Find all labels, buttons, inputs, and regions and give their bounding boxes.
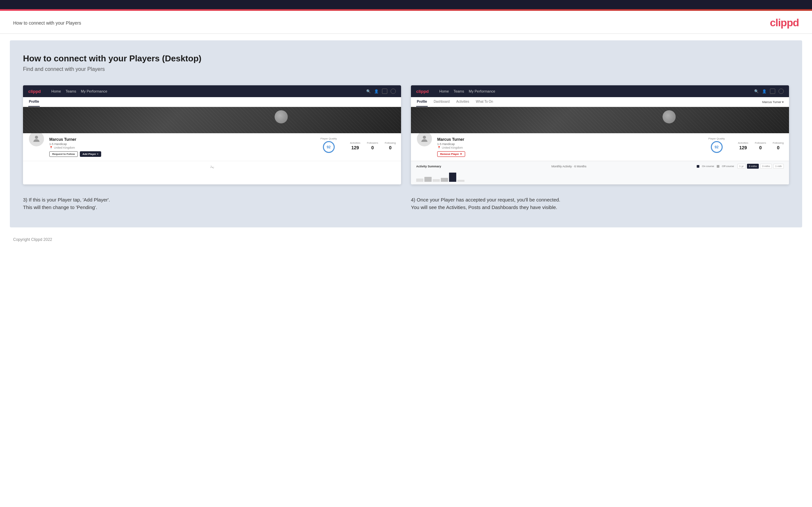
right-profile-section: Marcus Turner 1-5 Handicap 📍 United King… [411,133,789,161]
left-quality: Player Quality 92 [320,137,337,154]
screenshots-row: clippd Home Teams My Performance 🔍 👤 Pro… [23,85,789,184]
left-stat-followers: Followers 0 [367,142,378,150]
tab-profile-left[interactable]: Profile [28,97,40,107]
on-course-legend [697,165,699,168]
right-tabs: Profile Dashboard Activities What To On [416,97,494,107]
description-left: 3) If this is your Player tap, 'Add Play… [23,196,401,211]
left-nav-home[interactable]: Home [51,89,61,93]
filter-1yr[interactable]: 1 yr [738,164,746,169]
hero-circle [274,110,288,123]
right-stats-row: Player Quality 92 Activities 129 Followe… [709,137,784,154]
add-player-button[interactable]: Add Player + [80,151,101,157]
quality-label-left: Player Quality [320,137,337,140]
screenshot-left: clippd Home Teams My Performance 🔍 👤 Pro… [23,85,401,184]
right-nav-logo: clippd [416,89,429,94]
filter-3mths[interactable]: 3 mths [760,164,772,169]
filter-1mth[interactable]: 1 mth [773,164,784,169]
top-bar [0,0,812,9]
right-stats-area: Player Quality 92 Activities 129 Followe… [709,137,784,154]
right-nav-icons: 🔍 👤 [754,89,784,94]
right-search-icon[interactable]: 🔍 [754,89,759,94]
left-player-name: Marcus Turner [49,137,316,142]
off-course-legend [717,165,719,168]
left-nav-icons: 🔍 👤 [366,89,396,94]
description-left-text: 3) If this is your Player tap, 'Add Play… [23,196,401,211]
location-icon: 📍 [49,146,53,149]
left-handicap: 1-5 Handicap [49,143,316,146]
breadcrumb: How to connect with your Players [13,20,81,25]
remove-player-button[interactable]: Remove Player ✕ [437,151,465,157]
activity-summary-bar: Activity Summary Monthly Activity · 6 Mo… [411,161,789,171]
off-course-label: Off course [722,165,734,168]
settings-icon[interactable] [382,89,387,94]
right-stat-followers: Followers 0 [755,142,766,150]
user-selector[interactable]: Marcus Turner ▾ [762,100,784,104]
quality-circle-right: 92 [711,141,723,153]
tab-activities[interactable]: Activities [456,97,470,107]
right-tab-bar: Profile Dashboard Activities What To On … [411,97,789,107]
chart-bar-5 [449,173,456,182]
right-quality: Player Quality 92 [709,137,725,154]
request-follow-button[interactable]: Request to Follow [49,151,78,157]
activity-summary-title: Activity Summary [416,165,441,168]
tab-what-to-on[interactable]: What To On [475,97,494,107]
left-nav-logo: clippd [28,89,41,94]
left-nav-teams[interactable]: Teams [66,89,76,93]
right-user-icon[interactable]: 👤 [762,89,767,94]
page-title: How to connect with your Players (Deskto… [23,54,789,64]
left-stat-following: Following 0 [385,142,396,150]
main-content: How to connect with your Players (Deskto… [10,40,802,227]
right-handicap: 1-5 Handicap [437,143,465,146]
page-subtitle: Find and connect with your Players [23,66,789,72]
right-settings-icon[interactable] [770,89,775,94]
quality-circle-left: 92 [323,141,335,153]
right-nav: clippd Home Teams My Performance 🔍 👤 [411,85,789,97]
activity-controls: On course Off course 1 yr 6 mths 3 mths … [697,164,784,169]
right-nav-performance[interactable]: My Performance [469,89,495,93]
filter-6mths[interactable]: 6 mths [747,164,759,169]
chart-area [411,171,789,184]
description-right-text: 4) Once your Player has accepted your re… [411,196,789,211]
tab-dashboard[interactable]: Dashboard [433,97,450,107]
hero-texture [23,107,401,133]
activity-filters: 1 yr 6 mths 3 mths 1 mth [738,164,784,169]
right-location-icon: 📍 [437,146,441,149]
left-stats-row: Player Quality 92 Activities 129 Followe… [320,137,396,154]
left-buttons: Request to Follow Add Player + [49,151,316,157]
right-nav-links: Home Teams My Performance [439,89,495,93]
left-profile-section: Marcus Turner 1-5 Handicap 📍 United King… [23,133,401,161]
clippd-logo: clippd [770,17,799,29]
description-row: 3) If this is your Player tap, 'Add Play… [23,196,789,211]
screenshot-right: clippd Home Teams My Performance 🔍 👤 [411,85,789,184]
right-hero-circle [663,110,676,123]
search-icon[interactable]: 🔍 [366,89,371,94]
chart-legend: On course Off course [697,165,734,168]
chart-bar-3 [433,179,440,182]
svg-point-1 [423,136,426,139]
svg-point-0 [35,136,38,139]
right-location: 📍 United Kingdom [437,146,465,149]
left-tab-bar: Profile [23,97,401,107]
right-stat-activities: Activities 129 [738,142,748,150]
right-stat-following: Following 0 [773,142,784,150]
chart-bar-6 [457,180,464,182]
left-hero [23,107,401,133]
right-hero [411,107,789,133]
right-nav-home[interactable]: Home [439,89,449,93]
user-icon[interactable]: 👤 [374,89,379,94]
left-profile-info: Marcus Turner 1-5 Handicap 📍 United King… [49,137,316,157]
on-course-label: On course [702,165,714,168]
left-nav: clippd Home Teams My Performance 🔍 👤 [23,85,401,97]
right-avatar-icon[interactable] [778,89,784,94]
copyright: Copyright Clippd 2022 [13,237,52,242]
avatar-icon[interactable] [391,89,396,94]
left-nav-performance[interactable]: My Performance [81,89,107,93]
right-nav-teams[interactable]: Teams [454,89,464,93]
chart-bar-2 [424,177,432,182]
footer: Copyright Clippd 2022 [0,234,812,245]
activity-period: Monthly Activity · 6 Months [552,165,587,168]
right-player-name: Marcus Turner [437,137,465,142]
tab-profile-right[interactable]: Profile [416,97,428,107]
quality-label-right: Player Quality [709,137,725,140]
left-stat-activities: Activities 129 [350,142,360,150]
